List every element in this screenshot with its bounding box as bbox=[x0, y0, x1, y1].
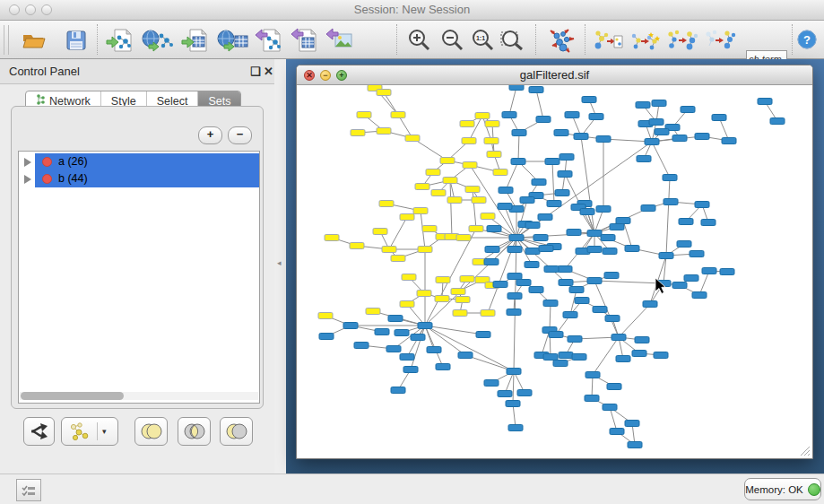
graph-node-yellow[interactable] bbox=[325, 235, 339, 241]
graph-node-yellow[interactable] bbox=[451, 289, 465, 295]
graph-node-blue[interactable] bbox=[516, 280, 531, 286]
graph-node-blue[interactable] bbox=[758, 99, 772, 105]
graph-node-yellow[interactable] bbox=[469, 226, 483, 232]
graph-node-blue[interactable] bbox=[663, 175, 677, 181]
resize-grip-icon[interactable] bbox=[798, 444, 811, 456]
remove-set-button[interactable]: − bbox=[228, 126, 252, 144]
graph-node-blue[interactable] bbox=[655, 129, 669, 135]
import-network-file-icon[interactable] bbox=[106, 27, 133, 54]
graph-node-blue[interactable] bbox=[512, 130, 526, 136]
horizontal-scrollbar[interactable] bbox=[20, 392, 258, 400]
graph-node-blue[interactable] bbox=[632, 351, 646, 357]
graph-node-yellow[interactable] bbox=[484, 138, 499, 144]
graph-node-blue[interactable] bbox=[559, 154, 574, 161]
network-view-window[interactable]: ✕ − + galFiltered.sif bbox=[296, 65, 813, 459]
graph-node-blue[interactable] bbox=[507, 369, 521, 375]
graph-node-yellow[interactable] bbox=[350, 243, 364, 249]
graph-node-yellow[interactable] bbox=[487, 152, 501, 158]
graph-node-blue[interactable] bbox=[509, 85, 524, 91]
graph-node-blue[interactable] bbox=[549, 332, 563, 338]
graph-node-blue[interactable] bbox=[536, 117, 551, 123]
graph-node-blue[interactable] bbox=[628, 442, 642, 448]
graph-node-yellow[interactable] bbox=[422, 226, 437, 232]
list-item[interactable]: a (26) bbox=[19, 153, 259, 170]
graph-node-blue[interactable] bbox=[587, 247, 602, 253]
union-sets-button[interactable] bbox=[134, 417, 168, 446]
panel-divider[interactable]: ◂ bbox=[274, 59, 286, 474]
graph-node-blue[interactable] bbox=[544, 266, 559, 273]
graph-node-blue[interactable] bbox=[547, 201, 561, 207]
graph-node-blue[interactable] bbox=[604, 273, 619, 279]
graph-node-blue[interactable] bbox=[520, 197, 534, 204]
close-panel-icon[interactable]: ✕ bbox=[264, 65, 273, 78]
graph-node-blue[interactable] bbox=[572, 354, 586, 361]
graph-node-blue[interactable] bbox=[499, 187, 513, 194]
graph-node-blue[interactable] bbox=[575, 298, 589, 304]
graph-node-yellow[interactable] bbox=[456, 235, 471, 241]
graph-node-blue[interactable] bbox=[388, 316, 403, 322]
help-icon[interactable]: ? bbox=[796, 29, 818, 50]
graph-node-blue[interactable] bbox=[587, 230, 602, 237]
graph-node-blue[interactable] bbox=[605, 316, 620, 322]
graph-node-blue[interactable] bbox=[712, 115, 726, 121]
graph-node-blue[interactable] bbox=[695, 134, 709, 140]
graph-node-blue[interactable] bbox=[391, 387, 405, 394]
graph-node-blue[interactable] bbox=[580, 209, 594, 215]
close-window-button[interactable] bbox=[9, 4, 20, 15]
graph-node-yellow[interactable] bbox=[426, 169, 440, 176]
graph-node-blue[interactable] bbox=[554, 130, 568, 136]
graph-node-blue[interactable] bbox=[436, 364, 450, 370]
graph-node-blue[interactable] bbox=[616, 218, 630, 224]
graph-node-blue[interactable] bbox=[511, 159, 525, 165]
zoom-selected-region-icon[interactable] bbox=[499, 27, 525, 54]
graph-node-blue[interactable] bbox=[403, 367, 418, 373]
zoom-fit-icon[interactable]: 1:1 bbox=[470, 27, 497, 54]
export-image-icon[interactable] bbox=[325, 27, 352, 54]
graph-node-blue[interactable] bbox=[354, 343, 369, 349]
graph-node-blue[interactable] bbox=[375, 329, 389, 335]
apply-preferred-layout-icon[interactable] bbox=[547, 27, 577, 54]
graph-node-blue[interactable] bbox=[498, 204, 512, 210]
graph-node-yellow[interactable] bbox=[382, 247, 396, 253]
graph-node-yellow[interactable] bbox=[463, 162, 477, 169]
save-session-icon[interactable] bbox=[63, 27, 90, 54]
graph-node-yellow[interactable] bbox=[462, 138, 476, 144]
new-network-from-selection-icon[interactable] bbox=[593, 27, 625, 54]
graph-node-yellow[interactable] bbox=[405, 135, 420, 142]
graph-node-blue[interactable] bbox=[611, 335, 626, 341]
intersect-sets-button[interactable] bbox=[178, 417, 211, 446]
graph-node-blue[interactable] bbox=[545, 159, 559, 165]
graph-node-yellow[interactable] bbox=[377, 90, 391, 96]
import-table-url-icon[interactable] bbox=[217, 27, 249, 54]
graph-node-blue[interactable] bbox=[539, 246, 553, 252]
expand-arrow-icon[interactable] bbox=[24, 158, 31, 167]
graph-node-blue[interactable] bbox=[701, 220, 716, 226]
graph-node-yellow[interactable] bbox=[318, 313, 333, 319]
graph-node-blue[interactable] bbox=[681, 107, 695, 113]
graph-node-blue[interactable] bbox=[702, 268, 716, 274]
graph-node-yellow[interactable] bbox=[475, 113, 490, 119]
import-network-url-icon[interactable] bbox=[142, 27, 174, 54]
graph-node-yellow[interactable] bbox=[472, 197, 486, 204]
float-panel-icon[interactable]: ❑ bbox=[250, 65, 261, 78]
network-canvas[interactable] bbox=[297, 85, 812, 458]
list-item[interactable]: b (44) bbox=[19, 170, 259, 187]
graph-node-blue[interactable] bbox=[506, 401, 520, 407]
graph-node-blue[interactable] bbox=[589, 114, 603, 120]
graph-node-blue[interactable] bbox=[585, 372, 600, 378]
graph-node-blue[interactable] bbox=[565, 112, 579, 118]
select-first-neighbors-icon[interactable] bbox=[666, 27, 698, 54]
graph-node-yellow[interactable] bbox=[402, 274, 416, 281]
graph-node-blue[interactable] bbox=[603, 404, 617, 411]
add-set-button[interactable]: + bbox=[198, 126, 222, 144]
graph-node-blue[interactable] bbox=[319, 334, 334, 340]
graph-node-blue[interactable] bbox=[569, 287, 584, 293]
graph-node-blue[interactable] bbox=[690, 251, 704, 257]
graph-node-yellow[interactable] bbox=[415, 184, 429, 190]
graph-node-blue[interactable] bbox=[616, 356, 630, 362]
graph-node-blue[interactable] bbox=[635, 337, 649, 343]
graph-node-blue[interactable] bbox=[558, 171, 572, 178]
graph-node-blue[interactable] bbox=[722, 138, 736, 144]
graph-node-yellow[interactable] bbox=[455, 297, 470, 303]
graph-node-blue[interactable] bbox=[672, 282, 687, 289]
